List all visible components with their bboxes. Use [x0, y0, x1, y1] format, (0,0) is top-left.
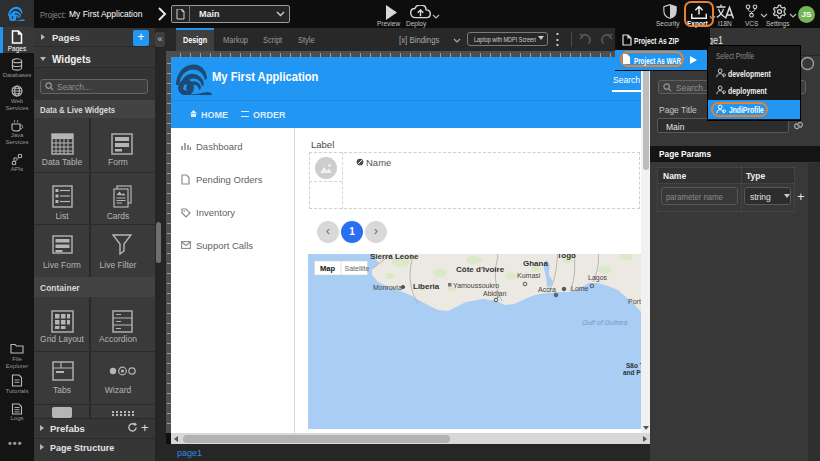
svg-text:Satellite: Satellite — [345, 265, 370, 272]
svg-text:São T: São T — [626, 362, 641, 369]
svg-text:Monrovia: Monrovia — [373, 284, 402, 291]
svg-text:Accra: Accra — [538, 286, 556, 293]
svg-text:and Pr: and Pr — [623, 369, 641, 376]
svg-text:Lome: Lome — [571, 285, 589, 292]
svg-text:Liberia: Liberia — [413, 282, 440, 291]
svg-text:Côte d'Ivoire: Côte d'Ivoire — [456, 265, 505, 274]
svg-text:Kumasi: Kumasi — [517, 272, 541, 279]
svg-text:Lagos: Lagos — [588, 274, 608, 282]
svg-text:Ghana: Ghana — [523, 259, 548, 268]
svg-text:Gulf of Guinea: Gulf of Guinea — [582, 319, 627, 326]
svg-text:Map: Map — [320, 264, 335, 273]
svg-text:Yamoussoukro: Yamoussoukro — [453, 282, 499, 289]
svg-text:Port: Port — [628, 298, 641, 305]
svg-text:Abidjan: Abidjan — [483, 290, 506, 298]
